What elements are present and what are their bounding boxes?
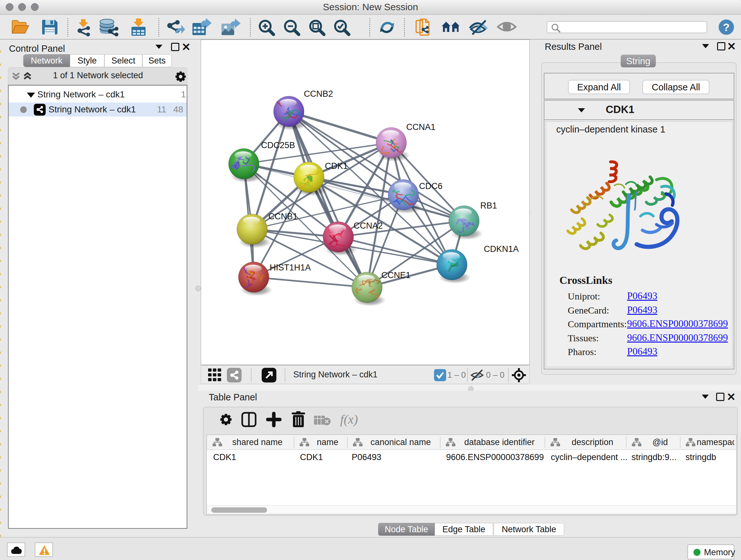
svg-text:CCNB1: CCNB1 bbox=[268, 212, 298, 221]
svg-text:RB1: RB1 bbox=[480, 201, 497, 210]
svg-text:CCNA2: CCNA2 bbox=[354, 221, 383, 231]
svg-text:CDK1: CDK1 bbox=[325, 161, 348, 171]
svg-text:CDC25B: CDC25B bbox=[261, 140, 295, 150]
svg-text:HIST1H1A: HIST1H1A bbox=[270, 263, 311, 272]
svg-text:CCNB2: CCNB2 bbox=[304, 89, 333, 99]
svg-text:CCNE1: CCNE1 bbox=[381, 270, 411, 280]
svg-text:CCNA1: CCNA1 bbox=[406, 122, 435, 132]
svg-text:CDC6: CDC6 bbox=[419, 181, 443, 191]
svg-text:CDKN1A: CDKN1A bbox=[484, 244, 519, 254]
